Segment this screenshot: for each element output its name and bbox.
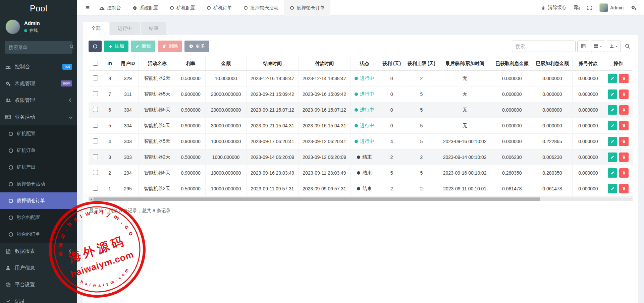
row-delete-button[interactable]: [619, 153, 629, 162]
top-tab-矿机订单[interactable]: 矿机订单: [201, 0, 238, 16]
sidebar-item-矿机订单[interactable]: 矿机订单: [0, 142, 77, 159]
edit-button[interactable]: 编辑: [131, 41, 155, 52]
row-checkbox[interactable]: [93, 75, 98, 80]
search-icon[interactable]: [69, 44, 74, 50]
sidebar-item-数据报表[interactable]: 数据报表: [0, 243, 77, 259]
row-edit-button[interactable]: [608, 89, 617, 99]
row-delete-button[interactable]: [619, 168, 629, 178]
filter-tab-全部[interactable]: 全部: [83, 22, 109, 35]
chart-icon: [5, 299, 11, 303]
sidebar-item-业务活动[interactable]: 业务活动: [0, 109, 77, 125]
sidebar-item-label: 矿机订单: [17, 147, 72, 154]
settings-gears-icon[interactable]: [631, 5, 637, 10]
row-checkbox[interactable]: [93, 91, 98, 96]
row-edit-button[interactable]: [608, 184, 617, 193]
top-tab-质押锁仓订单[interactable]: 质押锁仓订单: [284, 0, 330, 16]
cell-user_id: 294: [117, 165, 139, 181]
cell-interest_received: 0.000000: [492, 86, 532, 102]
row-delete-button[interactable]: [619, 184, 629, 193]
add-button[interactable]: 添加: [104, 41, 128, 52]
top-tab-质押锁仓活动[interactable]: 质押锁仓活动: [238, 0, 284, 16]
sidebar-search-input[interactable]: [9, 45, 69, 50]
row-checkbox[interactable]: [93, 186, 98, 191]
table-row: 6304智能机器5天0.90000020000.0000002023-09-21…: [89, 102, 633, 118]
sidebar-item-label: 矿机配置: [17, 131, 72, 137]
row-edit-button[interactable]: [608, 168, 617, 178]
cell-interest_received: 0.000000: [492, 118, 532, 133]
sidebar-item-控制台[interactable]: 控制台hot: [0, 58, 77, 75]
more-button[interactable]: 更多: [184, 41, 209, 52]
advanced-search-button[interactable]: [623, 41, 633, 52]
row-edit-button[interactable]: [608, 74, 617, 83]
horizontal-scrollbar[interactable]: ◂: [89, 197, 633, 201]
column-header-actions: 操作: [604, 57, 633, 70]
select-all-checkbox[interactable]: [93, 61, 98, 66]
column-header-interest_accrued: 已累加利息金额: [532, 57, 572, 70]
row-checkbox[interactable]: [93, 154, 98, 159]
cell-interest_received: 0.280350: [492, 165, 532, 181]
cell-check: [89, 86, 102, 102]
column-header-status: 状态: [350, 57, 378, 70]
row-checkbox[interactable]: [93, 138, 98, 143]
topbar-right: 清除缓存 Admin: [541, 3, 644, 12]
column-header-check: [89, 57, 102, 70]
row-delete-button[interactable]: [619, 89, 629, 99]
column-header-profit_cap: 获利上限 (天): [405, 57, 438, 70]
column-header-interest_received: 已获取利息金额: [492, 57, 532, 70]
sidebar-item-用户信息[interactable]: 用户信息: [0, 259, 77, 276]
gears-icon: [5, 81, 11, 86]
row-edit-button[interactable]: [608, 153, 617, 162]
fullscreen-icon[interactable]: [587, 5, 592, 10]
caret-down-icon: [599, 45, 602, 48]
scrollbar-left-arrow[interactable]: ◂: [89, 197, 94, 201]
sidebar-item-记录[interactable]: 记录: [0, 293, 77, 303]
row-edit-button[interactable]: [608, 105, 617, 115]
sidebar-item-常规管理[interactable]: 常规管理new: [0, 75, 77, 92]
topbar-user[interactable]: Admin: [599, 3, 624, 12]
cell-activity: 智能机器2天: [139, 149, 176, 165]
cell-profit_cap: 5: [405, 133, 438, 149]
sidebar-item-质押锁仓订单[interactable]: 质押锁仓订单: [0, 192, 77, 209]
cell-profit_days: 2: [378, 181, 405, 196]
top-tab-矿机配置[interactable]: 矿机配置: [164, 0, 201, 16]
toggle-view-button[interactable]: [577, 41, 589, 52]
cell-interest_received: 0.006230: [492, 149, 532, 165]
columns-button[interactable]: [591, 41, 605, 52]
row-delete-button[interactable]: [619, 105, 629, 115]
delete-button[interactable]: 删除: [158, 41, 182, 52]
row-checkbox[interactable]: [93, 123, 98, 128]
sidebar-item-label: 控制台: [15, 64, 59, 70]
language-icon[interactable]: [574, 5, 580, 10]
sidebar-item-秒合约订单[interactable]: 秒合约订单: [0, 226, 77, 243]
row-edit-button[interactable]: [608, 121, 617, 130]
scrollbar-thumb[interactable]: [94, 197, 540, 201]
cell-end_time: 2023-09-11 09:57:31: [247, 181, 299, 196]
file-icon: [5, 249, 11, 254]
sidebar-item-平台设置[interactable]: 平台设置: [0, 276, 77, 293]
sidebar-item-质押锁仓活动[interactable]: 质押锁仓活动: [0, 176, 77, 192]
top-tab-系统配置[interactable]: 系统配置: [127, 0, 164, 16]
clear-cache-button[interactable]: 清除缓存: [541, 5, 567, 11]
row-delete-button[interactable]: [619, 121, 629, 130]
filter-tab-进行中[interactable]: 进行中: [110, 22, 140, 35]
status-dot-icon: [355, 108, 358, 112]
export-button[interactable]: [607, 41, 621, 52]
sidebar-item-权限管理[interactable]: 权限管理: [0, 92, 77, 109]
top-tab-控制台[interactable]: 控制台: [94, 0, 127, 16]
cell-interest_accrued: 0.000000: [532, 118, 572, 133]
sidebar-item-矿机产出[interactable]: 矿机产出: [0, 159, 77, 176]
sidebar-item-label: 秒合约订单: [17, 231, 72, 237]
row-delete-button[interactable]: [619, 74, 629, 83]
table-search-input[interactable]: [512, 41, 576, 52]
row-delete-button[interactable]: [619, 137, 629, 146]
circle-icon: [9, 199, 13, 203]
sidebar-item-矿机配置[interactable]: 矿机配置: [0, 125, 77, 142]
row-checkbox[interactable]: [93, 170, 98, 175]
row-checkbox[interactable]: [93, 107, 98, 112]
sidebar-item-秒合约配置[interactable]: 秒合约配置: [0, 209, 77, 226]
row-edit-button[interactable]: [608, 137, 617, 146]
refresh-button[interactable]: [89, 41, 102, 52]
menu-toggle-icon[interactable]: ≡: [82, 4, 94, 11]
filter-tab-结束[interactable]: 结束: [141, 22, 166, 35]
column-header-pay_time: 付款时间: [299, 57, 351, 70]
